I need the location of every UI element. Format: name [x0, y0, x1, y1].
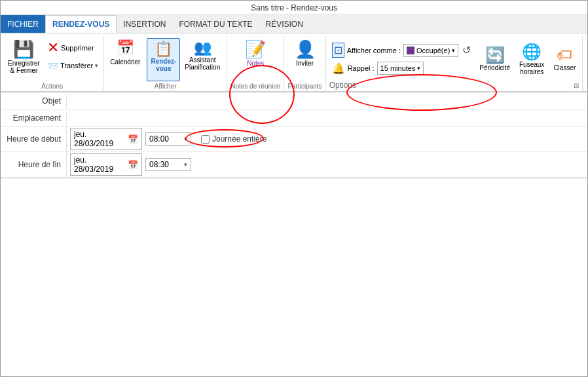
heure-fin-time[interactable]: 08:30 ▾ [145, 158, 191, 171]
notes-button[interactable]: 📝 Notes [241, 38, 270, 81]
heure-debut-row: Heure de début jeu. 28/03/2019 📅 08:00 ▾… [1, 127, 587, 152]
bell-icon: 🔔 [332, 62, 345, 75]
heure-fin-controls: jeu. 28/03/2019 📅 08:30 ▾ [66, 152, 194, 177]
save-close-button[interactable]: 💾 Enregistrer & Fermer [4, 38, 44, 81]
heure-fin-row: Heure de fin jeu. 28/03/2019 📅 08:30 ▾ [1, 152, 587, 178]
title-bar: Sans titre - Rendez-vous [1, 1, 587, 15]
rendezvous-icon: 📋 [155, 41, 172, 58]
emplacement-row: Emplacement [1, 109, 587, 127]
heure-fin-time-arrow[interactable]: ▾ [184, 161, 187, 168]
fuseaux-icon: 🌐 [522, 43, 542, 61]
tab-revision[interactable]: RÉVISION [259, 15, 309, 33]
heure-fin-date[interactable]: jeu. 28/03/2019 📅 [70, 153, 142, 176]
rappel-dropdown-arrow: ▾ [417, 65, 420, 71]
rendezvous-button[interactable]: 📋 Rendez- vous [147, 38, 180, 81]
delete-button[interactable]: ✕ Supprimer [45, 38, 100, 58]
heure-fin-calendar-icon[interactable]: 📅 [128, 160, 138, 170]
objet-input[interactable] [66, 94, 587, 108]
heure-debut-date[interactable]: jeu. 28/03/2019 📅 [70, 128, 142, 150]
note-body[interactable] [1, 178, 587, 376]
emplacement-label: Emplacement [1, 111, 66, 125]
ribbon: 💾 Enregistrer & Fermer ✕ Supprimer 📨 Tra… [1, 33, 587, 92]
notes-icon: 📝 [245, 39, 266, 60]
options-label: Options ⊡ [329, 79, 579, 91]
inviter-icon: 👤 [295, 39, 316, 60]
inviter-button[interactable]: 👤 Inviter [291, 38, 320, 81]
transfer-icon: 📨 [47, 60, 58, 71]
afficher-comme-select[interactable]: Occupé(e) ▾ [403, 44, 458, 57]
objet-row: Objet [1, 92, 587, 109]
fuseaux-horaires-button[interactable]: 🌐 Fuseaux horaires [516, 41, 547, 77]
occupee-color-box [407, 47, 414, 54]
assistant-icon: 👥 [194, 39, 211, 56]
options-controls: ⊡ Afficher comme : Occupé(e) ▾ ↺ 🔔 Rappe… [329, 41, 474, 76]
ribbon-tab-bar: FICHIER RENDEZ-VOUS INSERTION FORMAT DU … [1, 15, 587, 33]
heure-debut-time-arrow[interactable]: ▾ [184, 136, 187, 142]
main-content: Objet Emplacement Heure de début jeu. 28… [1, 92, 587, 376]
ribbon-group-actions: 💾 Enregistrer & Fermer ✕ Supprimer 📨 Tra… [1, 36, 104, 91]
heure-debut-time[interactable]: 08:00 ▾ [145, 132, 191, 146]
journee-entiere-checkbox-group: Journée entière [201, 134, 266, 144]
heure-debut-controls: jeu. 28/03/2019 📅 08:00 ▾ Journée entièr… [66, 127, 270, 151]
journee-entiere-label[interactable]: Journée entière [212, 134, 266, 144]
emplacement-input[interactable] [66, 111, 587, 125]
heure-debut-label: Heure de début [1, 132, 66, 146]
calendrier-button[interactable]: 📅 Calendrier [107, 38, 143, 67]
afficher-comme-row: ⊡ Afficher comme : Occupé(e) ▾ ↺ [332, 43, 471, 58]
journee-entiere-wrapper: Journée entière [194, 134, 266, 144]
rappel-select[interactable]: 15 minutes ▾ [377, 62, 424, 75]
tab-insertion[interactable]: INSERTION [117, 15, 172, 33]
notes-reunion-label: Notes de réunion [230, 81, 280, 91]
delete-icon: ✕ [47, 39, 59, 56]
ribbon-group-afficher: 📅 Calendrier 📋 Rendez- vous 👥 Assistant … [104, 36, 227, 91]
objet-label: Objet [1, 94, 66, 108]
ribbon-group-participants: 👤 Inviter Participants [284, 36, 325, 91]
ribbon-group-options: ⊡ Afficher comme : Occupé(e) ▾ ↺ 🔔 Rappe… [326, 36, 583, 91]
save-icon: 💾 [13, 39, 34, 60]
app-window: Sans titre - Rendez-vous FICHIER RENDEZ-… [0, 0, 588, 377]
classer-icon: 🏷 [557, 46, 572, 64]
journee-entiere-checkbox[interactable] [201, 135, 210, 144]
actions-label: Actions [4, 81, 100, 91]
ribbon-group-notes-reunion: 📝 Notes Notes de réunion [227, 36, 284, 91]
busy-icon: ⊡ [332, 43, 344, 58]
periodicite-button[interactable]: 🔄 Périodicité [476, 45, 513, 73]
refresh-icon[interactable]: ↺ [462, 44, 471, 56]
afficher-label: Afficher [107, 81, 223, 91]
tab-format-du-texte[interactable]: FORMAT DU TEXTE [172, 15, 259, 33]
options-expand-icon[interactable]: ⊡ [574, 82, 579, 89]
heure-fin-label: Heure de fin [1, 157, 66, 172]
participants-label: Participants [287, 81, 322, 91]
assistant-button[interactable]: 👥 Assistant Planification [181, 38, 223, 81]
transfer-button[interactable]: 📨 Transférer ▾ [45, 59, 100, 72]
transfer-dropdown-arrow[interactable]: ▾ [95, 62, 98, 69]
heure-debut-calendar-icon[interactable]: 📅 [128, 134, 138, 144]
title-text: Sans titre - Rendez-vous [251, 3, 337, 12]
tab-fichier[interactable]: FICHIER [1, 15, 45, 33]
afficher-dropdown-arrow: ▾ [452, 47, 455, 54]
rappel-row: 🔔 Rappel : 15 minutes ▾ [332, 62, 471, 75]
tab-rendezvous[interactable]: RENDEZ-VOUS [45, 15, 117, 33]
calendrier-icon: 📅 [117, 39, 134, 56]
classer-button[interactable]: 🏷 Classer [550, 45, 579, 73]
periodicite-icon: 🔄 [485, 46, 505, 64]
